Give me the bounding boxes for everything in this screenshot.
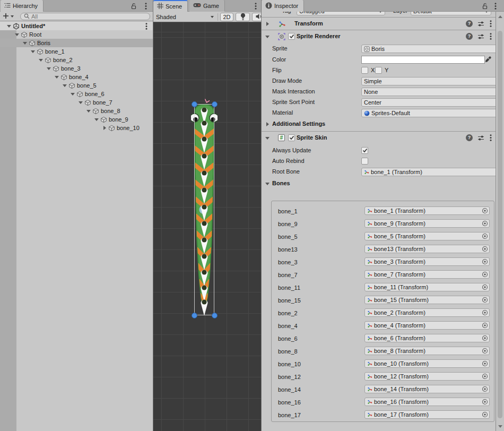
object-picker-icon[interactable] bbox=[482, 373, 488, 381]
object-picker-icon[interactable] bbox=[482, 297, 488, 304]
eyedropper-icon[interactable] bbox=[485, 56, 491, 64]
hierarchy-row[interactable]: bone_4 bbox=[0, 73, 153, 81]
object-picker-icon[interactable] bbox=[482, 258, 488, 266]
scene-viewport[interactable] bbox=[153, 22, 261, 431]
bone-object-field[interactable]: bone13 (Transform) bbox=[364, 245, 490, 253]
help-icon[interactable]: ? bbox=[466, 20, 473, 27]
bone-object-field[interactable]: bone_9 (Transform) bbox=[364, 219, 490, 228]
foldout-triangle-icon[interactable] bbox=[14, 32, 20, 37]
layer-dropdown[interactable]: Default bbox=[411, 12, 491, 15]
tag-dropdown[interactable]: Untagged bbox=[297, 12, 385, 15]
object-picker-icon[interactable] bbox=[482, 399, 488, 406]
lock-icon[interactable] bbox=[481, 2, 489, 10]
bone-object-field[interactable]: bone_10 (Transform) bbox=[364, 359, 490, 368]
bone-object-field[interactable]: bone_7 (Transform) bbox=[364, 270, 490, 279]
bone-object-field[interactable]: bone_11 (Transform) bbox=[364, 283, 490, 291]
tab-scene[interactable]: Scene bbox=[153, 0, 188, 12]
foldout-triangle-icon[interactable] bbox=[6, 23, 12, 29]
flip-x-checkbox[interactable] bbox=[361, 67, 368, 74]
kebab-menu-icon[interactable] bbox=[492, 2, 499, 10]
object-picker-icon[interactable] bbox=[482, 208, 488, 215]
add-object-button[interactable] bbox=[3, 13, 14, 20]
object-picker-icon[interactable] bbox=[482, 309, 488, 317]
foldout-triangle-icon[interactable] bbox=[265, 34, 270, 39]
bones-foldout[interactable]: Bones bbox=[262, 178, 496, 189]
object-picker-icon[interactable] bbox=[482, 220, 488, 228]
foldout-triangle-icon[interactable] bbox=[62, 83, 67, 88]
object-picker-icon[interactable] bbox=[482, 360, 488, 368]
help-icon[interactable]: ? bbox=[466, 33, 473, 40]
sprite-sort-point-dropdown[interactable]: Center bbox=[361, 98, 504, 107]
kebab-menu-icon[interactable] bbox=[490, 134, 492, 142]
hierarchy-row[interactable]: bone_2 bbox=[0, 56, 153, 64]
rotation-handle-icon[interactable] bbox=[204, 98, 211, 105]
sprite-renderer-component-header[interactable]: Sprite Renderer ? bbox=[262, 30, 496, 42]
lighting-toggle-button[interactable] bbox=[236, 13, 250, 21]
root-bone-object-field[interactable]: bone_1 (Transform) bbox=[361, 168, 504, 176]
color-swatch[interactable] bbox=[361, 56, 485, 64]
hierarchy-row[interactable]: bone_5 bbox=[0, 81, 153, 90]
inspector-scrollbar[interactable] bbox=[496, 12, 504, 431]
scroll-up-icon[interactable] bbox=[498, 15, 502, 18]
object-picker-icon[interactable] bbox=[482, 335, 488, 342]
tab-game[interactable]: Game bbox=[189, 0, 225, 12]
kebab-menu-icon[interactable] bbox=[142, 2, 150, 10]
shading-mode-dropdown[interactable]: Shaded bbox=[156, 13, 215, 21]
kebab-menu-icon[interactable] bbox=[490, 20, 492, 28]
foldout-triangle-icon[interactable] bbox=[265, 135, 270, 141]
bone-object-field[interactable]: bone_12 (Transform) bbox=[364, 372, 490, 381]
foldout-triangle-icon[interactable] bbox=[102, 125, 107, 131]
bone-object-field[interactable]: bone_15 (Transform) bbox=[364, 296, 490, 304]
presets-icon[interactable] bbox=[477, 33, 484, 41]
row-kebab-icon[interactable] bbox=[145, 23, 147, 31]
foldout-triangle-icon[interactable] bbox=[54, 74, 59, 80]
hierarchy-row[interactable]: bone_1 bbox=[0, 47, 153, 56]
hierarchy-row[interactable]: bone_9 bbox=[0, 115, 153, 124]
bone-object-field[interactable]: bone_5 (Transform) bbox=[364, 232, 490, 240]
hierarchy-row[interactable]: Boris bbox=[0, 39, 153, 47]
foldout-triangle-icon[interactable] bbox=[78, 100, 83, 105]
auto-rebind-checkbox[interactable] bbox=[361, 158, 368, 165]
foldout-triangle-icon[interactable] bbox=[38, 57, 44, 63]
hierarchy-row[interactable]: bone_10 bbox=[0, 124, 153, 132]
bone-object-field[interactable]: bone_14 (Transform) bbox=[364, 385, 490, 393]
selection-handle[interactable] bbox=[212, 101, 218, 107]
foldout-triangle-icon[interactable] bbox=[86, 108, 91, 114]
scrollbar-thumb[interactable] bbox=[498, 31, 502, 418]
material-object-field[interactable]: Sprites-Default bbox=[361, 109, 504, 117]
bone-object-field[interactable]: bone_8 (Transform) bbox=[364, 347, 490, 355]
selection-handle[interactable] bbox=[192, 313, 197, 318]
hierarchy-row[interactable]: bone_6 bbox=[0, 90, 153, 98]
presets-icon[interactable] bbox=[477, 21, 484, 28]
kebab-menu-icon[interactable] bbox=[252, 2, 259, 10]
object-picker-icon[interactable] bbox=[482, 271, 488, 279]
bone-object-field[interactable]: bone_2 (Transform) bbox=[364, 308, 490, 317]
object-picker-icon[interactable] bbox=[482, 233, 488, 240]
bone-object-field[interactable]: bone_17 (Transform) bbox=[364, 410, 490, 419]
object-picker-icon[interactable] bbox=[482, 411, 488, 419]
mask-interaction-dropdown[interactable]: None bbox=[361, 88, 504, 96]
scroll-down-icon[interactable] bbox=[498, 425, 502, 428]
foldout-triangle-icon[interactable] bbox=[30, 49, 36, 54]
additional-settings-foldout[interactable]: Additional Settings bbox=[262, 119, 496, 130]
foldout-triangle-icon[interactable] bbox=[94, 117, 99, 122]
component-enabled-checkbox[interactable] bbox=[288, 33, 295, 40]
sprite-object-field[interactable]: Boris bbox=[361, 45, 504, 53]
foldout-triangle-icon[interactable] bbox=[22, 40, 28, 46]
audio-toggle-button[interactable] bbox=[252, 13, 261, 21]
always-update-checkbox[interactable] bbox=[361, 147, 368, 154]
kebab-menu-icon[interactable] bbox=[490, 33, 492, 41]
transform-component-header[interactable]: Transform ? bbox=[262, 17, 496, 30]
search-input[interactable]: All bbox=[20, 13, 150, 20]
object-picker-icon[interactable] bbox=[482, 322, 488, 330]
bone-object-field[interactable]: bone_16 (Transform) bbox=[364, 398, 490, 406]
hierarchy-row[interactable]: bone_8 bbox=[0, 107, 153, 115]
bone-object-field[interactable]: bone_6 (Transform) bbox=[364, 334, 490, 342]
object-picker-icon[interactable] bbox=[482, 386, 488, 393]
hierarchy-row[interactable]: Untitled* bbox=[0, 22, 153, 30]
selection-handle[interactable] bbox=[212, 313, 218, 318]
presets-icon[interactable] bbox=[477, 135, 484, 142]
help-icon[interactable]: ? bbox=[466, 134, 473, 141]
hierarchy-row[interactable]: Root bbox=[0, 30, 153, 39]
bone-object-field[interactable]: bone_4 (Transform) bbox=[364, 321, 490, 330]
